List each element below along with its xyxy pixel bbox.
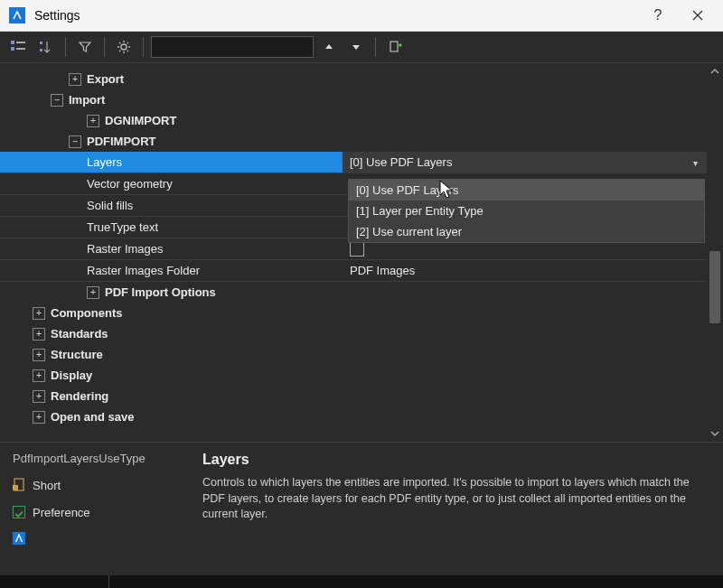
expand-icon[interactable]: + xyxy=(33,411,45,424)
filter-icon[interactable] xyxy=(73,35,97,59)
scroll-down-icon[interactable] xyxy=(707,425,723,442)
expand-icon[interactable]: + xyxy=(33,390,45,403)
tree-item-components[interactable]: + Components xyxy=(0,303,707,323)
window-title: Settings xyxy=(34,8,80,23)
status-strip xyxy=(0,575,723,588)
app-badge-icon xyxy=(13,532,25,545)
svg-rect-9 xyxy=(13,485,18,490)
view-categorized-icon[interactable] xyxy=(7,35,31,59)
tree-item-pdf-import-options[interactable]: + PDF Import Options xyxy=(0,282,707,303)
tree-item-import[interactable]: − Import xyxy=(0,89,707,110)
expand-icon[interactable]: + xyxy=(69,73,81,86)
expand-icon[interactable]: + xyxy=(33,369,45,382)
layers-dropdown-popup: [0] Use PDF Layers [1] Layer per Entity … xyxy=(348,179,705,243)
tree-item-standards[interactable]: + Standards xyxy=(0,323,707,344)
search-input[interactable] xyxy=(151,36,314,58)
svg-rect-0 xyxy=(11,41,14,44)
close-button[interactable] xyxy=(678,1,718,30)
tree-item-export[interactable]: + Export xyxy=(0,69,707,89)
scroll-up-icon[interactable] xyxy=(707,63,723,79)
svg-point-6 xyxy=(121,44,127,50)
svg-rect-4 xyxy=(40,42,42,44)
help-button[interactable]: ? xyxy=(638,1,678,30)
scrollbar-track[interactable] xyxy=(707,79,723,425)
legend-short: Short xyxy=(13,478,202,492)
tree-item-raster-images-folder[interactable]: Raster Images Folder PDF Images xyxy=(0,260,707,282)
layers-value-dropdown[interactable]: [0] Use PDF Layers ▾ xyxy=(343,152,707,173)
legend-app xyxy=(13,532,202,545)
expand-icon[interactable]: + xyxy=(33,349,45,361)
tree-item-pdfimport[interactable]: − PDFIMPORT xyxy=(0,131,707,152)
svg-rect-1 xyxy=(11,47,14,51)
tree-item-dgnimport[interactable]: + DGNIMPORT xyxy=(0,110,707,131)
svg-rect-7 xyxy=(390,42,398,51)
view-alphabetical-icon[interactable] xyxy=(34,35,58,59)
tree-item-rendering[interactable]: + Rendering xyxy=(0,386,707,406)
expand-icon[interactable]: + xyxy=(87,286,99,299)
tree-item-layers[interactable]: Layers [0] Use PDF Layers ▾ xyxy=(0,152,707,173)
raster-folder-value[interactable]: PDF Images xyxy=(343,264,707,277)
gear-icon[interactable] xyxy=(112,35,136,59)
variable-name: PdfImportLayersUseType xyxy=(13,452,202,465)
expand-icon[interactable]: + xyxy=(33,307,45,320)
svg-rect-2 xyxy=(16,42,25,43)
description-body: Controls to which layers the entities ar… xyxy=(202,475,690,523)
short-icon xyxy=(13,478,25,492)
svg-rect-3 xyxy=(16,48,25,50)
legend-preference: Preference xyxy=(13,505,202,519)
expand-icon[interactable]: + xyxy=(33,328,45,341)
toolbar xyxy=(0,32,723,63)
checkbox-icon[interactable] xyxy=(350,242,364,257)
collapse-icon[interactable]: − xyxy=(51,94,63,107)
dropdown-option[interactable]: [2] Use current layer xyxy=(349,221,704,242)
preference-icon xyxy=(13,505,25,519)
titlebar: Settings ? xyxy=(0,0,723,32)
vertical-scrollbar[interactable] xyxy=(707,63,723,442)
app-icon xyxy=(9,7,25,23)
expand-icon[interactable]: + xyxy=(87,115,99,127)
raster-images-checkbox[interactable] xyxy=(343,242,707,257)
description-title: Layers xyxy=(202,452,710,468)
tree-item-structure[interactable]: + Structure xyxy=(0,344,707,365)
collapse-icon[interactable]: − xyxy=(69,135,81,148)
tree-item-display[interactable]: + Display xyxy=(0,365,707,386)
description-panel: PdfImportLayersUseType Short Preference xyxy=(0,442,723,575)
svg-rect-5 xyxy=(40,49,42,51)
main-area: + Export − Import + DGNIMPORT − PDFIMPOR xyxy=(0,63,723,442)
settings-tree: + Export − Import + DGNIMPORT − PDFIMPOR xyxy=(0,63,723,442)
dropdown-option[interactable]: [1] Layer per Entity Type xyxy=(349,201,704,221)
dropdown-option[interactable]: [0] Use PDF Layers xyxy=(349,180,704,201)
settings-window: Settings ? xyxy=(0,0,723,588)
scrollbar-thumb[interactable] xyxy=(709,251,720,323)
search-next-button[interactable] xyxy=(344,35,368,59)
tree-item-open-and-save[interactable]: + Open and save xyxy=(0,406,707,427)
search-prev-button[interactable] xyxy=(317,35,341,59)
chevron-down-icon: ▾ xyxy=(693,157,698,167)
export-settings-icon[interactable] xyxy=(383,35,407,59)
